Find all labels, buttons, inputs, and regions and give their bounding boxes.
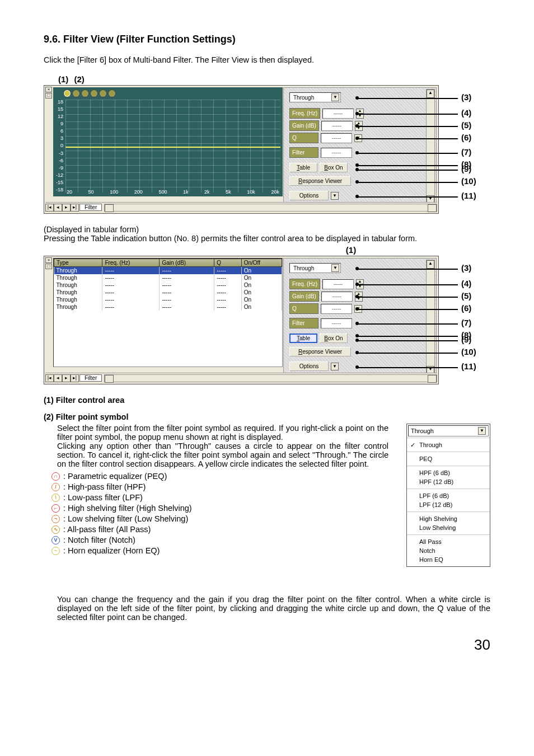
item-2-p2: Clicking any option other than "Through"… xyxy=(57,442,388,468)
options-dropdown-icon[interactable]: ▼ xyxy=(331,192,339,200)
filter-point-2[interactable] xyxy=(72,90,80,97)
popup-menu-item[interactable]: High Shelving xyxy=(407,514,490,523)
box-on-button[interactable]: Box On xyxy=(320,163,348,172)
fig1-top-labels: (1) (2) xyxy=(44,74,490,84)
window-close-icon[interactable]: × xyxy=(45,87,52,92)
table-cell: Through xyxy=(54,267,102,275)
table-header[interactable]: Freq. (Hz) xyxy=(102,259,160,267)
table-cell: ----- xyxy=(160,267,214,275)
filter-point-6[interactable] xyxy=(108,90,116,97)
horizontal-scrollbar[interactable] xyxy=(104,204,437,212)
table-button[interactable]: Table xyxy=(289,334,317,343)
popup-menu-item[interactable]: Through xyxy=(407,440,490,449)
tab-next-icon[interactable]: ▸ xyxy=(62,204,71,212)
popup-menu-item[interactable]: Low Shelving xyxy=(407,523,490,532)
panel-scrollbar[interactable]: ▲ ▼ xyxy=(426,260,435,375)
q-label: Q xyxy=(289,303,318,314)
panel-scrollbar[interactable]: ▲ ▼ xyxy=(426,89,435,204)
freq-field[interactable]: ----- xyxy=(322,279,354,289)
tabular-form-desc: Pressing the Table indication button (No… xyxy=(44,234,490,243)
tab-first-icon[interactable]: |◂ xyxy=(45,204,54,212)
tab-prev-icon[interactable]: ◂ xyxy=(54,204,62,212)
filter-type-label: : All-pass filter (All Pass) xyxy=(63,525,151,534)
table-row[interactable]: Through---------------On xyxy=(54,281,282,289)
options-button[interactable]: Options xyxy=(289,191,329,200)
table-header[interactable]: Type xyxy=(54,259,102,267)
table-button[interactable]: Table xyxy=(289,163,317,172)
table-cell: On xyxy=(241,281,282,289)
table-cell: ----- xyxy=(160,289,214,296)
dropdown-arrow-icon[interactable]: ▼ xyxy=(478,427,486,435)
freq-field[interactable]: ----- xyxy=(322,109,354,119)
table-row[interactable]: Through---------------On xyxy=(54,274,282,281)
gain-field[interactable]: ----- xyxy=(321,292,353,302)
dropdown-arrow-icon[interactable]: ▼ xyxy=(331,264,339,272)
dropdown-arrow-icon[interactable]: ▼ xyxy=(331,93,339,101)
filter-type-icon: / xyxy=(51,483,60,491)
table-cell: On xyxy=(241,303,282,311)
filter-point-1[interactable] xyxy=(63,90,71,97)
filter-graph-area[interactable]: 1815129630-3-6-9-12-15-18 20501002005001… xyxy=(53,87,283,196)
popup-menu-item[interactable]: HPF (6 dB) xyxy=(407,468,490,477)
q-field[interactable]: ----- xyxy=(321,304,352,314)
popup-menu-item[interactable]: LPF (6 dB) xyxy=(407,491,490,500)
response-viewer-button[interactable]: Response Viewer xyxy=(289,176,351,186)
q-field[interactable]: ----- xyxy=(321,133,352,143)
table-row[interactable]: Through---------------On xyxy=(54,296,282,303)
type-dropdown[interactable]: Through▼ xyxy=(289,263,341,273)
filter-onoff-field[interactable]: ----- xyxy=(321,148,352,158)
item-2-p1: Select the filter point from the filter … xyxy=(57,424,388,442)
tab-first-icon[interactable]: |◂ xyxy=(45,374,54,382)
filter-point-4[interactable] xyxy=(90,90,98,97)
table-row[interactable]: Through---------------On xyxy=(54,289,282,296)
table-cell: ----- xyxy=(102,289,160,296)
tab-next-icon[interactable]: ▸ xyxy=(62,374,71,382)
filter-type-icon: ∩ xyxy=(51,472,60,481)
filter-type-icon-list: ∩ : Parametric equalizer (PEQ) / : High-… xyxy=(51,472,388,555)
filter-point-symbols[interactable] xyxy=(63,90,116,97)
filter-control-panel: Through▼ Freq. (Hz) ----- ▲▼ Gain (dB) -… xyxy=(283,87,437,206)
filter-point-3[interactable] xyxy=(81,90,89,97)
filter-table[interactable]: TypeFreq. (Hz)Gain (dB)QOn/Off Through--… xyxy=(53,258,283,367)
tab-last-icon[interactable]: ▸| xyxy=(71,374,79,382)
tabular-form-title: (Displayed in tabular form) xyxy=(44,225,490,234)
box-on-button[interactable]: Box On xyxy=(320,334,348,343)
response-viewer-button[interactable]: Response Viewer xyxy=(289,347,351,356)
popup-menu-item[interactable]: Notch xyxy=(407,546,490,555)
table-cell: Through xyxy=(54,289,102,296)
filter-onoff-field[interactable]: ----- xyxy=(321,318,352,328)
options-button[interactable]: Options xyxy=(289,361,329,371)
popup-menu-item[interactable]: All Pass xyxy=(407,537,490,546)
window-restore-icon[interactable]: □ xyxy=(45,93,52,98)
table-header[interactable]: Gain (dB) xyxy=(160,259,214,267)
horizontal-scrollbar[interactable] xyxy=(104,374,437,382)
filter-type-label: : Low-pass filter (LPF) xyxy=(63,493,143,502)
popup-menu-item[interactable]: HPF (12 dB) xyxy=(407,477,490,486)
tab-last-icon[interactable]: ▸| xyxy=(71,204,79,212)
popup-menu-item[interactable]: Horn EQ xyxy=(407,555,490,564)
type-dropdown[interactable]: Through▼ xyxy=(289,92,341,102)
table-cell: On xyxy=(241,296,282,303)
table-header[interactable]: On/Off xyxy=(241,259,282,267)
filter-tab[interactable]: Filter xyxy=(79,204,102,211)
filter-point-5[interactable] xyxy=(99,90,107,97)
popup-menu-item[interactable]: PEQ xyxy=(407,454,490,463)
table-row[interactable]: Through---------------On xyxy=(54,303,282,311)
popup-menu-item[interactable]: LPF (12 dB) xyxy=(407,500,490,509)
options-dropdown-icon[interactable]: ▼ xyxy=(331,363,339,370)
filter-tab[interactable]: Filter xyxy=(79,374,102,382)
window-restore-icon[interactable]: □ xyxy=(45,264,52,269)
popup-type-dropdown[interactable]: Through ▼ xyxy=(408,425,489,436)
table-row[interactable]: Through---------------On xyxy=(54,267,282,275)
filter-type-label: : Horn equalizer (Horn EQ) xyxy=(63,546,160,555)
freq-label: Freq. (Hz) xyxy=(289,108,320,119)
tab-prev-icon[interactable]: ◂ xyxy=(54,374,62,382)
table-cell: ----- xyxy=(214,289,241,296)
window-close-icon[interactable]: × xyxy=(45,257,52,263)
zero-db-line xyxy=(65,147,280,148)
filter-type-icon: V xyxy=(51,536,60,544)
gain-field[interactable]: ----- xyxy=(321,121,353,131)
table-header[interactable]: Q xyxy=(214,259,241,267)
y-axis-ticks: 1815129630-3-6-9-12-15-18 xyxy=(53,100,63,192)
table-cell: ----- xyxy=(102,303,160,311)
